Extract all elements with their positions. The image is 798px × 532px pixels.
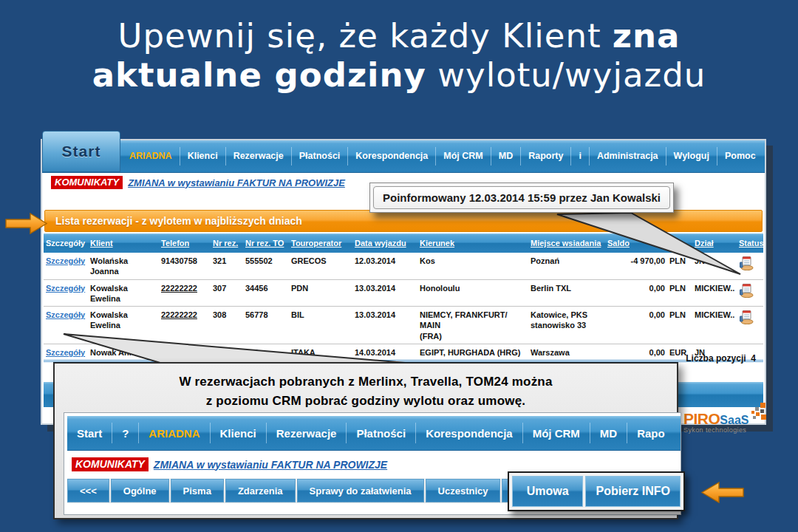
nav-item-ariadna[interactable]: ARIADNA [138,423,209,443]
nav-item--[interactable]: ? [112,423,138,443]
nav-item-start[interactable]: Start [67,423,112,443]
slide: Upewnij się, że każdy Klient zna aktualn… [0,0,798,532]
szczegoly-link[interactable]: Szczegóły [46,284,85,293]
nav-item-m-j-crm[interactable]: Mój CRM [522,423,590,443]
slide-title: Upewnij się, że każdy Klient zna aktualn… [0,16,798,95]
nav-item-rezerwacje[interactable]: Rezerwacje [225,147,291,166]
nav-item-m-j-crm[interactable]: Mój CRM [435,147,490,166]
calendar-hand-status-icon[interactable] [739,283,754,298]
orange-arrow-right-icon [5,212,48,235]
cell-nr-rez: 307 [211,279,243,307]
list-header-bar: Lista rezerwacji - z wylotem w najbliższ… [44,210,763,232]
nav-item-p-atno-ci[interactable]: Płatności [291,147,348,166]
nav-item-md[interactable]: MD [590,423,627,443]
szczegoly-link[interactable]: Szczegóły [46,348,85,357]
column-header-Saldo[interactable]: Saldo [605,233,667,253]
column-header-Status[interactable]: Status [737,233,763,253]
cell-szczegoly: Szczegóły [44,253,88,279]
komunikaty-badge: KOMUNIKATY [72,457,149,471]
column-header-Klient[interactable]: Klient [88,233,159,253]
column-header-Miejsce wsiadania[interactable]: Miejsce wsiadania [528,233,605,253]
szczegoly-link[interactable]: Szczegóły [46,310,85,319]
cell-dzial: JN [692,253,737,279]
toolbar-button-uczestnicy[interactable]: Uczestnicy [426,479,501,502]
cell-miejsce-wsiadania: Berlin TXL [528,279,605,307]
nav-item-ariadna[interactable]: ARIADNA [122,147,180,166]
cell-kierunek: Kos [417,253,528,279]
nav-item-md[interactable]: MD [491,147,520,166]
nav-item-korespondencja[interactable]: Korespondencja [347,147,435,166]
column-header-Szczegóły: Szczegóły [44,233,88,253]
announcement-row: KOMUNIKATY ZMIANA w wystawianiu FAKTUR N… [51,176,345,189]
toolbar-button-og-lne[interactable]: Ogólne [111,479,169,502]
cell-telefon: 22222222 [159,279,211,307]
title-line-2: aktualne godziny wylotu/wyjazdu [0,55,798,95]
cell-miejsce-wsiadania: Katowice, PKSstanowisko 33 [528,307,605,344]
phone-link[interactable]: 22222222 [161,310,197,319]
nav-item-i[interactable]: i [570,147,588,166]
column-header-Data wyjazdu[interactable]: Data wyjazdu [352,233,417,253]
item-count: Liczba pozycji 4 [686,353,756,364]
table-row: SzczegółyWolańska Joanna9143075832155550… [44,253,763,279]
nav-item-klienci[interactable]: Klienci [180,147,225,166]
nav-item-korespondencja[interactable]: Korespondencja [415,423,522,443]
calendar-hand-status-icon[interactable] [739,310,754,324]
column-header-Kierunek[interactable]: Kierunek [417,233,528,253]
nav-item-klienci[interactable]: Klienci [210,423,266,443]
column-header-Dział[interactable]: Dział [692,233,737,253]
nav-item-p-atno-ci[interactable]: Płatności [346,423,415,443]
cell-klient: KowalskaEwelina [88,307,159,344]
calendar-hand-status-icon[interactable] [739,256,754,270]
cell-waluta: PLN [667,279,692,307]
reservations-table: SzczegółyKlientTelefonNr rez.Nr rez. TOT… [44,233,763,362]
table-row: SzczegółyNowak Anna500252525281351ITAKA1… [44,344,763,361]
callout-line-1: W rezerwacjach pobranych z Merlinx, Trav… [55,372,677,392]
cell-nr-rez: 308 [211,307,243,344]
table-row: SzczegółyKowalskaEwelina2222222230734456… [44,279,763,307]
informed-tooltip: Poinformowany 12.03.2014 15:59 przez Jan… [369,183,674,213]
cell-saldo: 0,00 [605,307,667,344]
title-line-1: Upewnij się, że każdy Klient zna [0,16,798,55]
nav-item-rezerwacje[interactable]: Rezerwacje [266,423,347,443]
cell-telefon: 91430758 [159,253,211,279]
nav-item-wyloguj[interactable]: Wyloguj [666,147,717,166]
cell-miejsce-wsiadania: Poznań [528,253,605,279]
pobierz-info-button[interactable]: Pobierz INFO [585,476,681,507]
tab-start[interactable]: Start [42,131,120,172]
column-header-Touroperator[interactable]: Touroperator [289,233,352,253]
nav-item-raporty[interactable]: Raporty [520,147,570,166]
column-header-Telefon[interactable]: Telefon [159,233,211,253]
cell-status [737,307,763,344]
cell-szczegoly: Szczegóły [44,279,88,307]
szczegoly-link[interactable]: Szczegóły [46,256,85,265]
cell-data-wyjazdu: 13.03.2014 [352,307,417,344]
toolbar-button--[interactable]: <<< [67,479,109,502]
piro-saas-logo: PIROSaaS Sykon technologies [683,402,771,434]
toolbar-button-zdarzenia[interactable]: Zdarzenia [225,479,296,502]
nav-item-administracja[interactable]: Administracja [589,147,666,166]
nav-item-rapo[interactable]: Rapo [627,423,675,443]
column-header-saldo-currency [667,233,692,253]
toolbar-button-pisma[interactable]: Pisma [171,479,224,502]
cell-kierunek: NIEMCY, FRANKFURT/ MAIN(FRA) [417,307,528,344]
nav-item-pomoc[interactable]: Pomoc [717,147,763,166]
umowa-button[interactable]: Umowa [512,476,583,507]
cell-saldo: 0,00 [605,344,667,361]
cell-szczegoly: Szczegóły [44,344,88,361]
cell-data-wyjazdu: 14.03.2014 [352,344,417,361]
cell-waluta: PLN [667,253,692,279]
komunikaty-link[interactable]: ZMIANA w wystawianiu FAKTUR NA PROWIZJE [154,459,387,471]
komunikaty-link[interactable]: ZMIANA w wystawianiu FAKTUR NA PROWIZJE [128,177,345,188]
cell-dzial: MICKIEW.. [692,307,737,344]
komunikaty-badge: KOMUNIKATY [51,176,123,189]
cell-klient: Nowak Anna [88,344,159,361]
logo-piro: PIRO [683,410,720,428]
cell-touroperator: ITAKA [289,344,352,361]
magnified-buttons-box: Umowa Pobierz INFO [508,471,685,511]
toolbar-button-sprawy-do-za-atwienia[interactable]: Sprawy do załatwienia [297,479,424,502]
cell-kierunek: Honoloulu [417,279,528,307]
phone-link[interactable]: 22222222 [161,284,197,293]
informed-tooltip-text: Poinformowany 12.03.2014 15:59 przez Jan… [373,186,670,209]
column-header-Nr rez. TO[interactable]: Nr rez. TO [243,233,289,253]
column-header-Nr rez.[interactable]: Nr rez. [211,233,243,253]
